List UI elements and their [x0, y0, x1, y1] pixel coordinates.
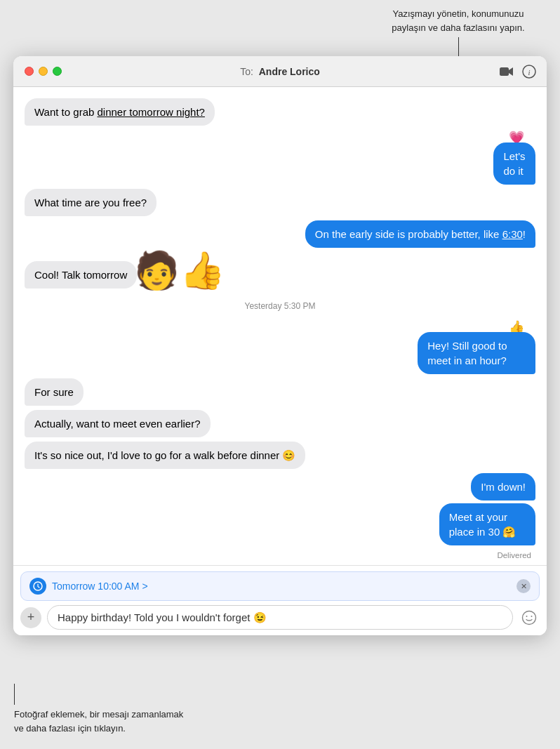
scheduled-banner-left: Tomorrow 10:00 AM > [29, 578, 148, 595]
input-area: Tomorrow 10:00 AM > ✕ + [13, 565, 547, 635]
close-button[interactable] [25, 67, 34, 76]
minimize-button[interactable] [39, 67, 48, 76]
message-bubble: For sure [25, 378, 84, 406]
annotation-bottom: Fotoğraf eklemek, bir mesajı zamanlamak … [14, 684, 196, 735]
message-bubble: Hey! Still good to meet in an hour? [418, 332, 535, 374]
message-bubble: Meet at your place in 30 🤗 [439, 503, 535, 545]
emoji-button[interactable] [519, 607, 540, 628]
message-row: What time are you free? [25, 189, 535, 216]
underlined-text: dinner tomorrow night? [98, 106, 205, 118]
text-input-row: + [20, 605, 540, 630]
svg-point-5 [526, 616, 528, 617]
scheduled-label[interactable]: Tomorrow 10:00 AM > [52, 581, 148, 592]
message-row: For sure [25, 378, 535, 406]
message-bubble: Actually, want to meet even earlier? [25, 410, 211, 437]
info-button[interactable]: i [521, 64, 537, 79]
memoji-row: Cool! Talk tomorrow 🧑👍 [25, 252, 225, 289]
message-bubble: On the early side is probably better, li… [305, 220, 535, 248]
title-bar: To: Andre Lorico i [13, 56, 547, 87]
svg-point-4 [523, 611, 536, 624]
message-with-reaction: 💗 Let's do it [471, 130, 535, 185]
clock-icon [29, 578, 46, 595]
message-bubble: What time are you free? [25, 189, 156, 216]
message-input[interactable] [47, 605, 513, 630]
message-row: 💗 Let's do it [25, 130, 535, 185]
message-bubble: I'm down! [471, 473, 535, 501]
message-row: 👍 Hey! Still good to meet in an hour? [25, 319, 535, 374]
message-bubble: Cool! Talk tomorrow [25, 261, 137, 289]
svg-point-6 [531, 616, 533, 617]
scheduled-banner: Tomorrow 10:00 AM > ✕ [20, 571, 540, 601]
message-row: Actually, want to meet even earlier? [25, 410, 535, 437]
chat-area: Want to grab dinner tomorrow night? 💗 Le… [13, 87, 547, 565]
add-button[interactable]: + [20, 607, 41, 628]
title-actions: i [499, 64, 537, 79]
message-row: It's so nice out, I'd love to go for a w… [25, 442, 535, 469]
sent-stack: I'm down! Meet at your place in 30 🤗 [387, 473, 535, 545]
traffic-lights [25, 67, 62, 76]
video-call-button[interactable] [499, 64, 514, 79]
message-row: On the early side is probably better, li… [25, 220, 535, 248]
recipient-label: To: Andre Lorico [240, 66, 320, 77]
messages-window: To: Andre Lorico i Want to grab dinn [13, 56, 547, 635]
maximize-button[interactable] [53, 67, 62, 76]
message-row: Cool! Talk tomorrow 🧑👍 [25, 252, 535, 289]
svg-rect-0 [500, 67, 509, 76]
message-with-reaction: 👍 Hey! Still good to meet in an hour? [354, 319, 535, 374]
underlined-text: 6:30 [502, 228, 523, 240]
message-row: Want to grab dinner tomorrow night? [25, 98, 535, 126]
message-bubble: It's so nice out, I'd love to go for a w… [25, 442, 305, 469]
message-bubble: Let's do it [493, 142, 535, 185]
delivered-status: Delivered [25, 551, 535, 559]
memoji-sticker: 🧑👍 [134, 252, 225, 289]
message-bubble: Want to grab dinner tomorrow night? [25, 98, 215, 126]
scheduled-close-button[interactable]: ✕ [516, 579, 531, 593]
timestamp-divider: Yesterday 5:30 PM [25, 293, 535, 315]
message-row: I'm down! Meet at your place in 30 🤗 [25, 473, 535, 545]
svg-text:i: i [528, 67, 530, 76]
